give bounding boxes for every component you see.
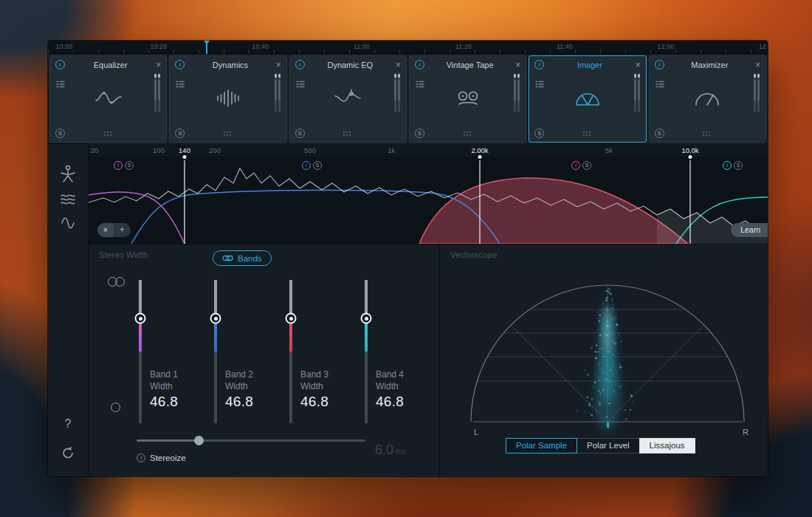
stereo-mode-icon[interactable] [108, 277, 127, 288]
preset-list-icon[interactable] [296, 80, 305, 89]
band-2-width-slider[interactable] [210, 280, 221, 423]
stereoize-handle[interactable] [194, 436, 204, 445]
stereoize-value: 6.0ms [375, 442, 405, 458]
band-4-info-icon[interactable]: i [723, 161, 732, 170]
band-edit-tools: × + [97, 223, 131, 237]
equalizer-icon [94, 89, 123, 108]
preset-list-icon[interactable] [176, 80, 185, 89]
close-icon[interactable]: × [276, 61, 281, 69]
learn-button[interactable]: Learn [731, 223, 768, 237]
preset-list-icon[interactable] [656, 80, 664, 89]
close-icon[interactable]: × [156, 61, 161, 69]
solo-button[interactable]: S [415, 129, 424, 138]
band-3-width-handle[interactable] [286, 313, 297, 324]
crossover-handle-2k[interactable] [477, 154, 484, 160]
band-4-solo-icon[interactable]: S [734, 161, 743, 170]
solo-button[interactable]: S [55, 129, 65, 138]
band-2-info-icon[interactable]: i [302, 161, 311, 170]
spectrum-display[interactable]: i S i S i S i S × + Learn [89, 157, 768, 244]
band-value[interactable]: 46.8 [376, 396, 404, 408]
drag-handle[interactable] [224, 131, 233, 137]
crossover-handle-10k[interactable] [687, 154, 694, 160]
band-3-width-slider[interactable] [285, 280, 297, 423]
mode-lissajous-button[interactable]: Lissajous [639, 438, 695, 453]
timeline-tick: 12:00 [658, 43, 675, 50]
freq-label: 500 [304, 146, 316, 154]
drag-handle[interactable] [104, 131, 113, 137]
band-4-width-readout: Band 4 Width 46.8 [376, 369, 404, 408]
solo-button[interactable]: S [295, 129, 305, 138]
module-card-dynamic-eq[interactable]: i Dynamic EQ × S [289, 55, 407, 143]
stereoize-label: Stereoize [150, 453, 186, 462]
wavy-lines-icon[interactable] [60, 193, 76, 206]
band-3-controls: i S [571, 161, 591, 170]
plugin-window: 10:00 10:20 10:40 11:00 11:20 11:40 12:0… [48, 41, 768, 476]
info-icon[interactable]: i [295, 60, 305, 69]
band-param: Width [376, 380, 404, 392]
band-3-info-icon[interactable]: i [571, 161, 580, 170]
band-1-width-slider[interactable] [134, 280, 146, 423]
freq-label: 200 [209, 146, 221, 154]
mono-mode-icon[interactable] [111, 403, 120, 412]
info-icon[interactable]: i [534, 60, 544, 69]
reset-icon[interactable] [61, 445, 76, 461]
close-icon[interactable]: × [396, 61, 401, 69]
close-icon[interactable]: × [755, 61, 760, 69]
band-value[interactable]: 46.8 [150, 396, 178, 408]
crossover-handle-140[interactable] [182, 154, 188, 160]
info-icon[interactable]: i [175, 60, 185, 69]
drag-handle[interactable] [703, 131, 712, 137]
solo-button[interactable]: S [655, 129, 664, 138]
level-meter [394, 74, 400, 112]
band-2-solo-icon[interactable]: S [313, 161, 322, 170]
preset-list-icon[interactable] [416, 80, 424, 89]
band-1-width-readout: Band 1 Width 46.8 [150, 369, 178, 408]
close-icon[interactable]: × [515, 61, 520, 69]
remove-band-button[interactable]: × [97, 223, 114, 237]
module-card-imager[interactable]: i Imager × S [529, 55, 646, 143]
playhead[interactable] [206, 41, 207, 54]
stereoize-info-icon[interactable]: i [137, 453, 145, 462]
band-value[interactable]: 46.8 [300, 396, 328, 408]
info-icon[interactable]: i [655, 60, 664, 69]
link-icon [222, 255, 233, 261]
module-card-dynamics[interactable]: i Dynamics × S [169, 55, 286, 143]
band-1-info-icon[interactable]: i [114, 161, 123, 170]
info-icon[interactable]: i [55, 60, 65, 69]
band-param: Width [300, 380, 328, 392]
drag-handle[interactable] [343, 131, 352, 137]
band-1-width-handle[interactable] [135, 313, 146, 324]
spectrum-curves [89, 157, 768, 244]
solo-button[interactable]: S [534, 129, 544, 138]
module-card-vintage-tape[interactable]: i Vintage Tape × S [409, 55, 526, 143]
add-band-button[interactable]: + [114, 223, 131, 237]
help-button[interactable]: ? [65, 417, 72, 431]
drag-handle[interactable] [583, 131, 592, 137]
info-icon[interactable]: i [415, 60, 424, 69]
stick-figure-icon[interactable] [60, 165, 76, 184]
link-bands-button[interactable]: Bands [213, 250, 272, 266]
freq-label: 20 [91, 146, 99, 154]
band-4-width-handle[interactable] [361, 313, 372, 324]
band-2-controls: i S [302, 161, 322, 170]
mode-polar-level-button[interactable]: Polar Level [577, 438, 640, 453]
preset-list-icon[interactable] [535, 80, 544, 89]
daw-timeline[interactable]: 10:00 10:20 10:40 11:00 11:20 11:40 12:0… [48, 41, 768, 54]
band-1-solo-icon[interactable]: S [125, 161, 134, 170]
level-meter [754, 74, 760, 112]
right-channel-label: R [743, 428, 749, 436]
band-value[interactable]: 46.8 [225, 396, 253, 408]
close-icon[interactable]: × [636, 61, 641, 69]
band-3-solo-icon[interactable]: S [582, 161, 591, 170]
preset-list-icon[interactable] [56, 80, 65, 89]
band-4-width-slider[interactable] [360, 280, 372, 423]
module-card-maximizer[interactable]: i Maximizer × S [649, 55, 766, 143]
module-card-equalizer[interactable]: i Equalizer × S [49, 55, 167, 143]
mode-polar-sample-button[interactable]: Polar Sample [506, 438, 577, 453]
timeline-tick: 10:00 [56, 43, 73, 50]
solo-button[interactable]: S [175, 129, 185, 138]
sine-wave-icon[interactable] [60, 215, 76, 231]
drag-handle[interactable] [464, 131, 472, 137]
band-2-width-handle[interactable] [210, 313, 221, 324]
stereoize-slider[interactable] [137, 439, 365, 442]
